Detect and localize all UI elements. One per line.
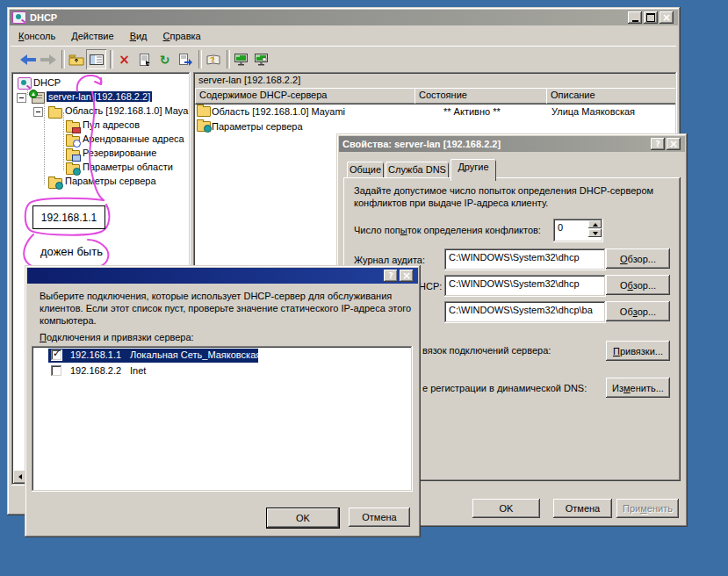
binding-item[interactable]: 192.168.2.2 Inet (32, 364, 413, 379)
window-title: DHCP (30, 12, 57, 23)
spin-up-button[interactable] (588, 220, 602, 228)
dns-registration-label-fragment: е регистрации в динамической DNS: (422, 383, 587, 393)
server-running-badge (29, 90, 38, 98)
cell-name: Область [192.168.1.0] Mayami (212, 106, 345, 117)
tree-item-label: DHCP (32, 77, 62, 88)
monitor-icon (234, 54, 249, 66)
help-button[interactable]: ? (651, 138, 665, 150)
tree-item-scope-options[interactable]: Параметры области (13, 161, 189, 175)
export-list-button[interactable] (175, 49, 195, 69)
main-title-bar[interactable]: DHCP × (10, 10, 678, 25)
tree-item-dhcp-root[interactable]: DHCP (13, 76, 189, 90)
properties-title-bar[interactable]: Свойства: server-lan [192.168.2.2] ? × (339, 136, 685, 152)
monitor-icon (254, 54, 269, 66)
forward-button[interactable] (38, 49, 58, 69)
cell-name: Параметры сервера (212, 121, 303, 132)
tree-item-label: Арендованные адреса (81, 133, 186, 144)
spin-down-button[interactable] (588, 229, 602, 237)
close-button[interactable]: × (660, 11, 674, 24)
desktop: DHCP × Консоль Действие Вид Справка × ↻ … (0, 0, 728, 576)
bindings-instruction: Выберите подключения, которые использует… (40, 290, 414, 327)
audit-log-path-input[interactable]: C:\WINDOWS\System32\dhcp (444, 248, 606, 270)
conflict-description: Задайте допустимое число попыток определ… (354, 184, 663, 209)
minimize-button[interactable] (628, 11, 642, 24)
ok-button[interactable]: OK (472, 499, 540, 518)
bindings-button[interactable]: Привязки... (606, 341, 670, 361)
server-icon (32, 92, 45, 104)
binding-item[interactable]: 192.168.1.1 Локальная Сеть_Маяковская (32, 349, 413, 364)
connections-listbox[interactable]: 192.168.1.1 Локальная Сеть_Маяковская 19… (32, 346, 413, 492)
cancel-button[interactable]: Отмена (349, 508, 410, 527)
monitor-button-2[interactable] (251, 49, 271, 69)
help-button[interactable]: ? (203, 49, 223, 69)
browse-button-2[interactable]: Обзор... (606, 275, 670, 295)
menu-help[interactable]: Справка (155, 29, 209, 43)
menu-action[interactable]: Действие (63, 29, 121, 43)
menu-bar: Консоль Действие Вид Справка (11, 27, 209, 44)
scroll-left-icon (18, 474, 22, 479)
tree-item-reservations[interactable]: Резервирование (13, 147, 189, 161)
properties-button[interactable] (134, 49, 155, 69)
backup-path-input[interactable]: C:\WINDOWS\System32\dhcp\ba (444, 301, 606, 323)
back-button[interactable] (18, 49, 38, 69)
list-row-server-options[interactable]: Параметры сервера (195, 120, 675, 134)
collapse-icon[interactable] (33, 107, 43, 117)
console-tree-icon (90, 54, 104, 65)
list-row-scope[interactable]: Область [192.168.1.0] Mayami ** Активно … (195, 105, 675, 119)
collapse-icon[interactable] (17, 93, 26, 103)
reservations-icon (66, 150, 80, 161)
delete-button[interactable]: × (114, 49, 134, 69)
binding-name: Локальная Сеть_Маяковская (130, 349, 261, 360)
tree-item-leases[interactable]: Арендованные адреса (13, 133, 189, 147)
tree-item-label: Область [192.168.1.0] Mayami (63, 105, 189, 116)
database-path-label-fragment: HCP: (419, 281, 442, 292)
apply-button[interactable]: Применить (616, 499, 679, 518)
svg-text:?: ? (210, 55, 215, 64)
show-tree-button[interactable] (86, 49, 106, 69)
close-icon: × (402, 270, 411, 282)
column-header-state[interactable]: Состояние (414, 88, 551, 104)
menu-konsol[interactable]: Консоль (11, 29, 63, 43)
database-path-input[interactable]: C:\WINDOWS\System32\dhcp (444, 275, 606, 297)
tree-item-address-pool[interactable]: Пул адресов (13, 119, 189, 133)
binding-checkbox[interactable] (51, 365, 62, 377)
toolbar-separator (61, 50, 65, 68)
bindings-label-fragment: вязок подключений сервера: (422, 345, 551, 356)
close-button[interactable]: × (667, 138, 681, 150)
spinner-value: 0 (558, 222, 563, 233)
ok-button[interactable]: OK (266, 508, 340, 529)
browse-button-3[interactable]: Обзор... (606, 301, 670, 321)
conflict-attempts-spinner[interactable]: 0 (553, 219, 603, 242)
tree-item-label: Пул адресов (81, 119, 141, 130)
tab-advanced[interactable]: Другие (450, 159, 496, 181)
refresh-button[interactable]: ↻ (155, 49, 175, 69)
result-banner: server-lan [192.168.2.2] (195, 74, 675, 88)
server-bindings-dialog: ? × Выберите подключения, которые исполь… (25, 265, 421, 537)
binding-checkbox[interactable] (51, 349, 62, 361)
maximize-button[interactable] (644, 11, 658, 24)
leases-icon (66, 136, 80, 147)
delete-icon: × (119, 52, 130, 68)
menu-view[interactable]: Вид (122, 29, 155, 43)
refresh-icon: ↻ (160, 53, 170, 67)
cancel-button[interactable]: Отмена (553, 499, 612, 518)
up-one-level-button[interactable] (66, 49, 86, 69)
tree-item-scope[interactable]: Область [192.168.1.0] Mayami (13, 104, 189, 119)
binding-ip: 192.168.1.1 (70, 349, 121, 360)
tree-item-server-options[interactable]: Параметры сервера (13, 175, 189, 189)
gear-accent (204, 125, 212, 133)
help-button[interactable]: ? (384, 270, 398, 282)
column-header-description[interactable]: Описание (546, 88, 675, 104)
browse-button-1[interactable]: Обзор... (606, 248, 670, 269)
toolbar-separator (198, 50, 202, 68)
column-header-contents[interactable]: Содержимое DHCP-сервера (195, 88, 419, 104)
cell-description: Улица Маяковская (551, 106, 635, 117)
tree-item-server-lan[interactable]: server-lan [192.168.2.2] (13, 90, 189, 104)
monitor-button-1[interactable] (231, 49, 251, 69)
bindings-title-bar[interactable]: ? × (27, 268, 418, 284)
properties-icon (139, 54, 151, 66)
close-button[interactable]: × (400, 270, 414, 282)
toolbar-separator (110, 50, 113, 68)
gear-accent (55, 182, 63, 190)
dns-change-button[interactable]: Изменить... (606, 378, 670, 398)
